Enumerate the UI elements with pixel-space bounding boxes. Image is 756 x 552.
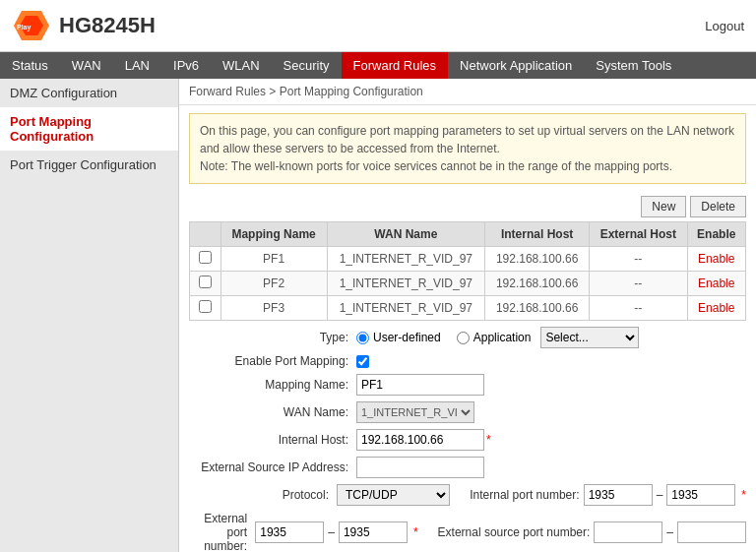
row-checkbox-cell[interactable] — [190, 247, 221, 272]
row-mapping-name: PF1 — [220, 247, 327, 272]
col-mapping-name: Mapping Name — [220, 222, 327, 247]
external-port-dash: – — [328, 525, 335, 539]
row-checkbox[interactable] — [199, 300, 212, 313]
nav-ipv6[interactable]: IPv6 — [161, 52, 211, 79]
enable-port-mapping-row: Enable Port Mapping: — [189, 354, 746, 368]
internal-port-end[interactable] — [666, 484, 735, 506]
external-source-port-label: External source port number: — [438, 525, 591, 539]
sidebar-item-port-mapping[interactable]: Port Mapping Configuration — [0, 107, 178, 151]
row-mapping-name: PF2 — [220, 272, 327, 296]
main-nav: Status WAN LAN IPv6 WLAN Security Forwar… — [0, 52, 756, 79]
nav-wan[interactable]: WAN — [60, 52, 113, 79]
wan-name-row: WAN Name: 1_INTERNET_R_VI — [189, 401, 746, 423]
header: Play HG8245H Logout — [0, 0, 756, 52]
row-checkbox-cell[interactable] — [190, 296, 221, 321]
table-row: PF2 1_INTERNET_R_VID_97 192.168.100.66 -… — [190, 272, 746, 296]
internal-host-input[interactable] — [356, 429, 484, 451]
info-text: On this page, you can configure port map… — [200, 124, 734, 155]
mapping-name-row: Mapping Name: — [189, 374, 746, 396]
row-checkbox[interactable] — [199, 276, 212, 288]
info-note: Note: The well-known ports for voice ser… — [200, 159, 672, 173]
enable-link[interactable]: Enable — [698, 252, 734, 266]
external-source-row: External Source IP Address: — [189, 457, 746, 478]
nav-security[interactable]: Security — [272, 52, 342, 79]
digicel-logo-icon: Play — [12, 6, 51, 45]
row-wan-name: 1_INTERNET_R_VID_97 — [327, 296, 485, 321]
radio-user-defined-label: User-defined — [373, 331, 441, 344]
internal-port-start[interactable] — [584, 484, 653, 506]
row-enable[interactable]: Enable — [687, 272, 745, 296]
svg-text:Play: Play — [17, 24, 32, 31]
row-external-host: -- — [590, 296, 687, 321]
row-wan-name: 1_INTERNET_R_VID_97 — [327, 272, 485, 296]
row-enable[interactable]: Enable — [687, 247, 745, 272]
external-port-start[interactable] — [255, 521, 324, 543]
row-internal-host: 192.168.100.66 — [485, 296, 590, 321]
external-source-input[interactable] — [356, 457, 484, 478]
row-wan-name: 1_INTERNET_R_VID_97 — [327, 247, 485, 272]
nav-forward-rules[interactable]: Forward Rules — [342, 52, 449, 79]
protocol-row: Protocol: TCP/UDP TCP UDP Internal port … — [189, 484, 746, 506]
breadcrumb: Forward Rules > Port Mapping Configurati… — [179, 79, 756, 105]
sidebar: DMZ Configuration Port Mapping Configura… — [0, 79, 179, 552]
external-source-port-end[interactable] — [677, 521, 746, 543]
enable-link[interactable]: Enable — [698, 301, 734, 315]
nav-lan[interactable]: LAN — [113, 52, 161, 79]
radio-application-input[interactable] — [457, 332, 470, 344]
delete-button[interactable]: Delete — [690, 196, 746, 217]
external-source-label: External Source IP Address: — [189, 460, 356, 474]
type-row: Type: User-defined Application Select... — [189, 327, 746, 348]
sidebar-item-dmz[interactable]: DMZ Configuration — [0, 79, 178, 107]
info-box: On this page, you can configure port map… — [189, 113, 746, 184]
type-app-select[interactable]: Select... — [540, 327, 639, 348]
radio-application[interactable]: Application — [457, 331, 532, 344]
protocol-select[interactable]: TCP/UDP TCP UDP — [337, 484, 450, 506]
layout: DMZ Configuration Port Mapping Configura… — [0, 79, 756, 552]
type-label: Type: — [189, 331, 356, 344]
enable-port-mapping-label: Enable Port Mapping: — [189, 354, 356, 368]
toolbar: New Delete — [179, 192, 756, 221]
row-internal-host: 192.168.100.66 — [485, 272, 590, 296]
internal-host-required: * — [486, 433, 491, 447]
row-external-host: -- — [590, 247, 687, 272]
ext-src-port-dash: – — [666, 525, 673, 539]
external-port-label: External port number: — [189, 512, 255, 552]
radio-application-label: Application — [473, 331, 532, 344]
type-radio-group: User-defined Application — [356, 331, 531, 344]
new-button[interactable]: New — [641, 196, 686, 217]
enable-link[interactable]: Enable — [698, 276, 734, 290]
col-wan-name: WAN Name — [327, 222, 485, 247]
device-name: HG8245H — [59, 13, 156, 38]
nav-wlan[interactable]: WLAN — [211, 52, 272, 79]
radio-user-defined[interactable]: User-defined — [356, 331, 441, 344]
wan-name-label: WAN Name: — [189, 405, 356, 419]
external-port-end[interactable] — [339, 521, 408, 543]
row-enable[interactable]: Enable — [687, 296, 745, 321]
external-source-port-start[interactable] — [594, 521, 662, 543]
logout-button[interactable]: Logout — [705, 19, 744, 33]
table-row: PF1 1_INTERNET_R_VID_97 192.168.100.66 -… — [190, 247, 746, 272]
radio-user-defined-input[interactable] — [356, 332, 369, 344]
logo-area: Play HG8245H — [12, 6, 156, 45]
mapping-name-label: Mapping Name: — [189, 378, 356, 392]
col-enable: Enable — [687, 222, 745, 247]
enable-port-mapping-checkbox[interactable] — [356, 355, 369, 368]
external-port-required: * — [413, 525, 418, 539]
sidebar-item-port-trigger[interactable]: Port Trigger Configuration — [0, 151, 178, 179]
nav-system-tools[interactable]: System Tools — [584, 52, 683, 79]
main-content: Forward Rules > Port Mapping Configurati… — [179, 79, 756, 552]
mapping-name-input[interactable] — [356, 374, 484, 396]
nav-network-app[interactable]: Network Application — [448, 52, 584, 79]
form-section: Type: User-defined Application Select... — [179, 321, 756, 552]
internal-port-label: Internal port number: — [470, 488, 579, 502]
col-internal-host: Internal Host — [485, 222, 590, 247]
row-checkbox-cell[interactable] — [190, 272, 221, 296]
row-internal-host: 192.168.100.66 — [485, 247, 590, 272]
row-checkbox[interactable] — [199, 251, 212, 264]
nav-status[interactable]: Status — [0, 52, 60, 79]
row-mapping-name: PF3 — [220, 296, 327, 321]
mapping-table: Mapping Name WAN Name Internal Host Exte… — [189, 221, 746, 321]
wan-name-select[interactable]: 1_INTERNET_R_VI — [356, 401, 474, 423]
table-row: PF3 1_INTERNET_R_VID_97 192.168.100.66 -… — [190, 296, 746, 321]
row-external-host: -- — [590, 272, 687, 296]
